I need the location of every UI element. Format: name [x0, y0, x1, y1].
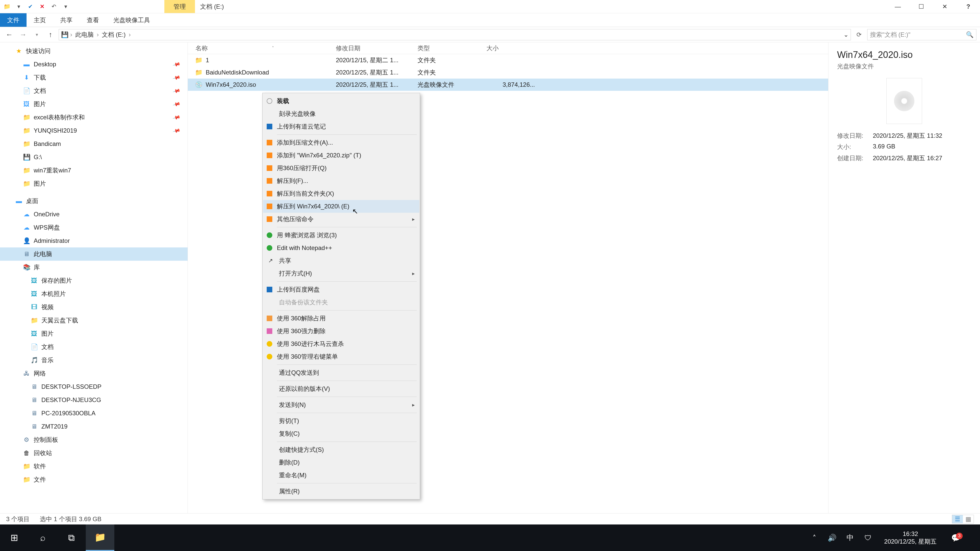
taskview-button[interactable]: ⧉	[57, 524, 86, 551]
col-header-size[interactable]: 大小	[487, 44, 545, 52]
ctx-open-with[interactable]: 打开方式(H)▸	[263, 267, 419, 280]
tree-pc1[interactable]: 🖥DESKTOP-LSSOEDP	[0, 380, 188, 393]
col-header-type[interactable]: 类型	[417, 44, 487, 52]
ctx-baidu[interactable]: 上传到百度网盘	[263, 283, 419, 296]
tree-onedrive[interactable]: ☁OneDrive	[0, 208, 188, 221]
minimize-button[interactable]: —	[886, 0, 910, 13]
ctx-add-zip[interactable]: 添加到 "Win7x64_2020.zip" (T)	[263, 149, 419, 162]
maximize-button[interactable]: ☐	[910, 0, 933, 13]
tree-win7reinstall[interactable]: 📁win7重装win7	[0, 164, 188, 177]
tree-desktop-root[interactable]: ▬桌面	[0, 194, 188, 208]
ctx-notepadpp[interactable]: Edit with Notepad++	[263, 241, 419, 254]
ime-indicator[interactable]: 中	[844, 533, 856, 543]
chevron-right-icon[interactable]: ›	[129, 31, 130, 38]
view-details-button[interactable]: ☰	[952, 515, 963, 523]
col-header-name[interactable]: 名称˄	[188, 44, 336, 52]
ribbon-tab-home[interactable]: 主页	[27, 13, 53, 27]
breadcrumb-root[interactable]: 此电脑	[74, 30, 95, 39]
tree-savedpics[interactable]: 🖼保存的图片	[0, 274, 188, 287]
tree-wps[interactable]: ☁WPS网盘	[0, 221, 188, 234]
tree-videos[interactable]: 🎞视频	[0, 300, 188, 314]
help-icon[interactable]: ?	[956, 0, 980, 13]
qat-save-icon[interactable]: ▾	[13, 2, 24, 12]
contextual-tab[interactable]: 管理	[164, 0, 195, 13]
ctx-copy[interactable]: 复制(C)	[263, 427, 419, 440]
notification-button[interactable]: 💬3	[947, 534, 965, 542]
tree-ctrlpanel[interactable]: ⚙控制面板	[0, 433, 188, 446]
close-button[interactable]: ✕	[933, 0, 956, 13]
forward-button[interactable]: →	[18, 29, 29, 40]
ribbon-tab-file[interactable]: 文件	[0, 13, 27, 27]
qat-close-icon[interactable]: ✕	[37, 2, 48, 12]
tree-pictures2[interactable]: 📁图片	[0, 177, 188, 190]
tree-music[interactable]: 🎵音乐	[0, 354, 188, 367]
tree-gdrive[interactable]: 💾G:\	[0, 151, 188, 164]
table-row-selected[interactable]: 💿Win7x64_2020.iso 2020/12/25, 星期五 1... 光…	[188, 79, 828, 91]
tree-admin[interactable]: 👤Administrator	[0, 234, 188, 248]
ctx-extract-here[interactable]: 解压到当前文件夹(X)	[263, 187, 419, 200]
tree-yunqishi[interactable]: 📁YUNQISHI2019📌	[0, 124, 188, 137]
tree-downloads[interactable]: ⬇下载📌	[0, 71, 188, 84]
tree-libraries[interactable]: 📚库	[0, 261, 188, 274]
ctx-cut[interactable]: 剪切(T)	[263, 414, 419, 427]
qat-dropdown-icon[interactable]: ▾	[60, 2, 71, 12]
tree-documents[interactable]: 📄文档📌	[0, 84, 188, 97]
ctx-mount[interactable]: 装载	[263, 95, 419, 107]
chevron-down-icon[interactable]: ⌄	[843, 31, 849, 38]
tree-thispc[interactable]: 🖥此电脑	[0, 248, 188, 261]
search-input[interactable]: 搜索"文档 (E:)" 🔍	[867, 29, 977, 40]
ctx-360-menu[interactable]: 使用 360管理右键菜单	[263, 350, 419, 363]
tree-tianyi[interactable]: 📁天翼云盘下载	[0, 314, 188, 327]
ctx-properties[interactable]: 属性(R)	[263, 485, 419, 498]
tree-pc2[interactable]: 🖥DESKTOP-NJEU3CG	[0, 393, 188, 407]
clock[interactable]: 16:32 2020/12/25, 星期五	[880, 530, 941, 545]
ctx-bee-browser[interactable]: 用 蜂蜜浏览器 浏览(3)	[263, 229, 419, 241]
ctx-youdao[interactable]: 上传到有道云笔记	[263, 120, 419, 133]
search-icon[interactable]: 🔍	[966, 31, 974, 38]
view-large-button[interactable]: ▦	[963, 515, 974, 523]
ctx-share[interactable]: ↗共享	[263, 254, 419, 267]
tree-desktop[interactable]: ▬Desktop📌	[0, 58, 188, 71]
tree-pc4[interactable]: 🖥ZMT2019	[0, 420, 188, 433]
search-button[interactable]: ⌕	[29, 524, 57, 551]
qat-check-icon[interactable]: ✔	[25, 2, 36, 12]
ctx-add-archive[interactable]: 添加到压缩文件(A)...	[263, 136, 419, 149]
ribbon-tab-disctools[interactable]: 光盘映像工具	[106, 13, 157, 27]
volume-icon[interactable]: 🔊	[826, 534, 838, 542]
ctx-other-compress[interactable]: 其他压缩命令▸	[263, 213, 419, 225]
refresh-button[interactable]: ⟳	[853, 31, 865, 38]
chevron-right-icon[interactable]: ›	[70, 31, 72, 38]
back-button[interactable]: ←	[3, 29, 15, 40]
ctx-360-delete[interactable]: 使用 360强力删除	[263, 325, 419, 338]
up-button[interactable]: ↑	[45, 29, 56, 40]
ctx-extract-to[interactable]: 解压到(F)...	[263, 175, 419, 187]
address-bar[interactable]: 💾 › 此电脑 › 文档 (E:) › ⌄	[59, 29, 851, 40]
col-header-date[interactable]: 修改日期	[336, 44, 417, 52]
tree-localpics[interactable]: 🖼本机照片	[0, 287, 188, 300]
tree-pc3[interactable]: 🖥PC-20190530OBLA	[0, 407, 188, 420]
security-icon[interactable]: 🛡	[862, 534, 874, 542]
ctx-shortcut[interactable]: 创建快捷方式(S)	[263, 443, 419, 456]
tray-overflow-button[interactable]: ˄	[808, 534, 821, 542]
chevron-right-icon[interactable]: ›	[97, 31, 99, 38]
ctx-qq-send[interactable]: 通过QQ发送到	[263, 366, 419, 379]
breadcrumb-loc[interactable]: 文档 (E:)	[100, 30, 127, 39]
ctx-extract-folder[interactable]: 解压到 Win7x64_2020\ (E)	[263, 200, 419, 213]
ctx-360-unlock[interactable]: 使用 360解除占用	[263, 312, 419, 325]
ctx-send-to[interactable]: 发送到(N)▸	[263, 399, 419, 411]
tree-pictures3[interactable]: 🖼图片	[0, 327, 188, 340]
tree-files[interactable]: 📁文件	[0, 473, 188, 486]
start-button[interactable]: ⊞	[0, 524, 29, 551]
qat-undo-icon[interactable]: ↶	[48, 2, 59, 12]
table-row[interactable]: 📁1 2020/12/15, 星期二 1... 文件夹	[188, 54, 828, 66]
ribbon-tab-view[interactable]: 查看	[80, 13, 106, 27]
ctx-delete[interactable]: 删除(D)	[263, 456, 419, 469]
tree-documents2[interactable]: 📄文档	[0, 340, 188, 354]
explorer-taskbar-button[interactable]: 📁	[86, 524, 115, 551]
ctx-open-360zip[interactable]: 用360压缩打开(Q)	[263, 162, 419, 175]
tree-network[interactable]: 🖧网络	[0, 367, 188, 380]
ctx-burn[interactable]: 刻录光盘映像	[263, 107, 419, 120]
ctx-rename[interactable]: 重命名(M)	[263, 469, 419, 482]
tree-excel[interactable]: 📁excel表格制作求和📌	[0, 111, 188, 124]
tree-recycle[interactable]: 🗑回收站	[0, 446, 188, 460]
